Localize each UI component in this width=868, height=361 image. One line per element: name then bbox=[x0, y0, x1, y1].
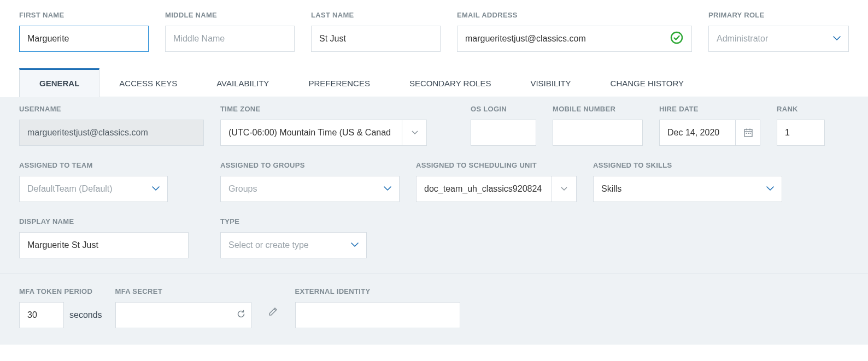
tab-bar: GENERAL ACCESS KEYS AVAILABILITY PREFERE… bbox=[19, 68, 868, 97]
sched-dropdown-button[interactable] bbox=[552, 176, 577, 202]
sched-label: ASSIGNED TO SCHEDULING UNIT bbox=[416, 161, 577, 169]
chevron-down-icon bbox=[384, 186, 391, 192]
pencil-icon[interactable] bbox=[265, 306, 282, 319]
display-name-input[interactable] bbox=[19, 232, 189, 258]
valid-check-icon bbox=[670, 31, 683, 46]
skills-label: ASSIGNED TO SKILLS bbox=[593, 161, 782, 169]
identity-row: FIRST NAME MIDDLE NAME LAST NAME EMAIL A… bbox=[0, 0, 868, 52]
email-input[interactable] bbox=[457, 26, 692, 52]
first-name-label: FIRST NAME bbox=[19, 11, 149, 19]
first-name-input[interactable] bbox=[19, 26, 149, 52]
team-label: ASSIGNED TO TEAM bbox=[19, 161, 168, 169]
mobile-label: MOBILE NUMBER bbox=[553, 105, 643, 113]
timezone-label: TIME ZONE bbox=[220, 105, 427, 113]
os-login-input[interactable] bbox=[471, 120, 536, 146]
tab-secondary-roles[interactable]: SECONDARY ROLES bbox=[390, 68, 511, 97]
hire-date-label: HIRE DATE bbox=[659, 105, 760, 113]
primary-role-select[interactable]: Administrator bbox=[708, 26, 849, 52]
chevron-down-icon bbox=[351, 242, 359, 248]
svg-rect-7 bbox=[749, 133, 750, 134]
refresh-icon[interactable] bbox=[236, 309, 246, 321]
tab-change-history[interactable]: CHANGE HISTORY bbox=[591, 68, 703, 97]
groups-value: Groups bbox=[228, 184, 257, 194]
tab-preferences[interactable]: PREFERENCES bbox=[289, 68, 390, 97]
mfa-secret-input[interactable] bbox=[115, 302, 251, 328]
tab-access-keys[interactable]: ACCESS KEYS bbox=[99, 68, 197, 97]
svg-point-0 bbox=[671, 32, 682, 43]
team-select[interactable]: DefaultTeam (Default) bbox=[19, 176, 168, 202]
os-login-label: OS LOGIN bbox=[471, 105, 536, 113]
primary-role-field: PRIMARY ROLE Administrator bbox=[708, 11, 849, 52]
rank-input[interactable] bbox=[777, 120, 825, 146]
section-divider bbox=[0, 274, 868, 274]
team-value: DefaultTeam (Default) bbox=[27, 184, 113, 194]
groups-label: ASSIGNED TO GROUPS bbox=[220, 161, 400, 169]
chevron-down-icon bbox=[833, 35, 841, 42]
mfa-secret-label: MFA SECRET bbox=[115, 287, 251, 295]
mfa-period-label: MFA TOKEN PERIOD bbox=[19, 287, 102, 295]
rank-label: RANK bbox=[777, 105, 825, 113]
display-name-label: DISPLAY NAME bbox=[19, 217, 189, 226]
chevron-down-icon bbox=[152, 186, 160, 192]
tab-visibility[interactable]: VISIBILITY bbox=[511, 68, 590, 97]
primary-role-value: Administrator bbox=[717, 34, 768, 44]
username-input bbox=[19, 120, 204, 146]
groups-select[interactable]: Groups bbox=[220, 176, 400, 202]
email-field: EMAIL ADDRESS bbox=[457, 11, 692, 52]
email-label: EMAIL ADDRESS bbox=[457, 11, 692, 19]
timezone-input[interactable] bbox=[220, 120, 427, 146]
skills-value: Skills bbox=[601, 184, 621, 194]
username-label: USERNAME bbox=[19, 105, 204, 113]
primary-role-label: PRIMARY ROLE bbox=[708, 11, 849, 19]
general-panel: USERNAME TIME ZONE OS LOGIN MOBILE NUMBE… bbox=[0, 97, 868, 345]
type-placeholder: Select or create type bbox=[228, 240, 309, 250]
last-name-input[interactable] bbox=[311, 26, 441, 52]
skills-select[interactable]: Skills bbox=[593, 176, 782, 202]
tab-general[interactable]: GENERAL bbox=[19, 68, 99, 97]
mobile-input[interactable] bbox=[553, 120, 643, 146]
middle-name-label: MIDDLE NAME bbox=[165, 11, 295, 19]
svg-rect-6 bbox=[748, 133, 749, 134]
last-name-field: LAST NAME bbox=[311, 11, 441, 52]
first-name-field: FIRST NAME bbox=[19, 11, 149, 52]
external-id-label: EXTERNAL IDENTITY bbox=[295, 287, 460, 295]
sched-input[interactable] bbox=[416, 176, 552, 202]
svg-rect-5 bbox=[746, 133, 747, 134]
tab-availability[interactable]: AVAILABILITY bbox=[197, 68, 289, 97]
timezone-dropdown-button[interactable] bbox=[402, 120, 427, 146]
middle-name-field: MIDDLE NAME bbox=[165, 11, 295, 52]
mfa-period-input[interactable] bbox=[19, 302, 64, 328]
external-id-input[interactable] bbox=[295, 302, 460, 328]
type-label: TYPE bbox=[220, 217, 367, 226]
middle-name-input[interactable] bbox=[165, 26, 295, 52]
type-select[interactable]: Select or create type bbox=[220, 232, 367, 258]
chevron-down-icon bbox=[766, 186, 774, 192]
seconds-label: seconds bbox=[69, 310, 102, 320]
calendar-icon[interactable] bbox=[735, 120, 760, 146]
last-name-label: LAST NAME bbox=[311, 11, 441, 19]
